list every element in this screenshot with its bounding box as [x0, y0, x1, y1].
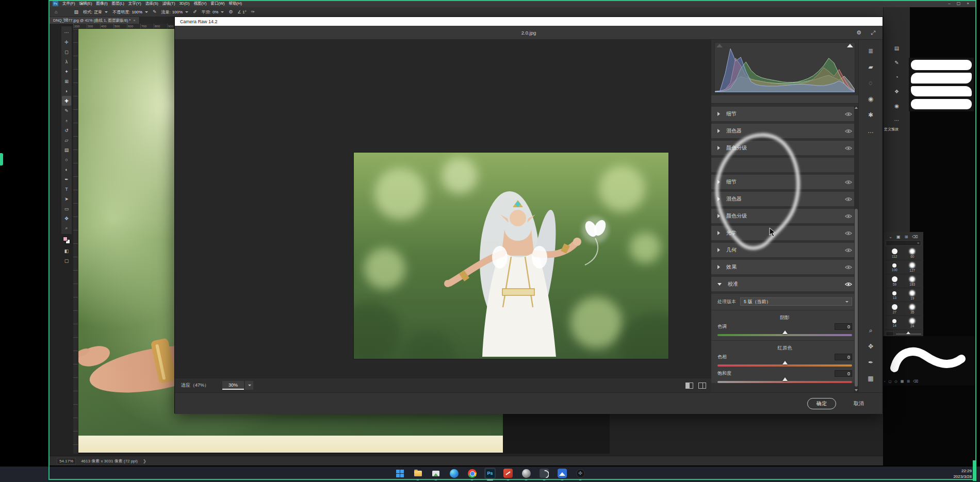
- menu-item[interactable]: 选择(S): [145, 1, 158, 6]
- visibility-eye-icon[interactable]: [845, 146, 852, 151]
- tab-close-icon[interactable]: ×: [133, 18, 135, 23]
- histogram[interactable]: [714, 42, 855, 93]
- camera-raw-preview[interactable]: 适应（47%） 30%: [175, 40, 712, 392]
- camera-raw-tool-icon[interactable]: ▦: [863, 372, 878, 385]
- adjustment-section-row[interactable]: 细节: [711, 175, 858, 189]
- menu-item[interactable]: 编辑(E): [79, 1, 92, 6]
- camera-raw-tool-icon[interactable]: ✒: [863, 356, 878, 369]
- section-calibration[interactable]: 校准: [711, 277, 858, 291]
- maximize-button[interactable]: ▢: [957, 0, 961, 7]
- brush-preset[interactable]: 112: [886, 247, 904, 260]
- taskbar-clock[interactable]: 22:29 2023/3/28: [953, 469, 972, 480]
- opacity-control[interactable]: 不透明度: 100%: [112, 9, 148, 15]
- minimize-button[interactable]: –: [948, 0, 950, 7]
- menu-item[interactable]: 视图(V): [193, 1, 206, 6]
- adjustment-section-row[interactable]: 混色器: [711, 192, 858, 206]
- blend-mode-control[interactable]: 模式: 正常: [83, 9, 108, 15]
- menu-item[interactable]: 3D(D): [179, 1, 189, 6]
- adjustment-section-row[interactable]: 效果: [711, 260, 858, 274]
- hue-slider[interactable]: 色相 0: [717, 354, 852, 367]
- tool-button[interactable]: T: [62, 184, 71, 194]
- app-icon-dark[interactable]: [538, 468, 550, 479]
- brushes-header-icon[interactable]: ⌫: [912, 235, 918, 239]
- panel-icon[interactable]: ◔: [895, 74, 898, 80]
- tint-value-field[interactable]: 0: [835, 323, 852, 330]
- tool-button[interactable]: ✥: [62, 213, 71, 223]
- panel-footer-icon[interactable]: ▦: [901, 379, 904, 384]
- app-icon-red[interactable]: [502, 468, 514, 479]
- panel-icon[interactable]: ✎: [894, 60, 899, 65]
- cancel-button[interactable]: 取消: [851, 400, 867, 408]
- brush-preset[interactable]: 59: [886, 275, 904, 288]
- tool-button[interactable]: ✦: [62, 67, 71, 76]
- adjustment-section-row[interactable]: 细节: [711, 107, 858, 121]
- chevron-down-icon[interactable]: [245, 381, 253, 390]
- slider-track[interactable]: [717, 334, 852, 336]
- brush-preset[interactable]: 127: [904, 261, 922, 274]
- tint-slider[interactable]: 色调 0: [717, 323, 852, 336]
- tool-button[interactable]: ◐: [62, 164, 71, 174]
- camera-raw-tool-icon[interactable]: ≣: [863, 45, 878, 57]
- shadow-clipping-icon[interactable]: [716, 44, 723, 47]
- brushes-header-icon[interactable]: ▣: [896, 235, 901, 239]
- foreground-color-swatch[interactable]: [63, 237, 68, 241]
- brush-preset[interactable]: 60: [904, 247, 922, 260]
- tool-button[interactable]: ○: [62, 155, 71, 164]
- scrollbar-thumb[interactable]: [855, 209, 858, 387]
- size-value-box[interactable]: [886, 331, 894, 336]
- panel-icon[interactable]: ▤: [894, 45, 899, 51]
- slider-thumb[interactable]: [782, 377, 788, 381]
- panel-footer-icon[interactable]: ▫: [884, 379, 885, 384]
- brushes-header-icon[interactable]: ⊞: [905, 235, 908, 239]
- saturation-value-field[interactable]: 0: [835, 370, 852, 377]
- camera-raw-preview-image[interactable]: [354, 153, 668, 359]
- saturation-slider[interactable]: 饱和度 0: [717, 370, 852, 383]
- panel-footer-icon[interactable]: ⊞: [907, 379, 910, 384]
- brush-angle-control[interactable]: ∠ 1°: [238, 10, 247, 14]
- file-explorer-icon[interactable]: [412, 468, 423, 479]
- tool-button[interactable]: ↺: [62, 125, 71, 135]
- camera-raw-tool-icon[interactable]: ▰: [863, 61, 878, 73]
- brush-preset[interactable]: 19: [904, 289, 922, 302]
- visibility-eye-icon[interactable]: [845, 282, 852, 287]
- brush-preset[interactable]: 183: [904, 275, 922, 288]
- scroll-up-icon[interactable]: [855, 107, 858, 109]
- visibility-eye-icon[interactable]: [845, 214, 852, 219]
- tool-button[interactable]: ⋯: [62, 27, 71, 37]
- expand-icon[interactable]: ⤢: [871, 29, 875, 36]
- app-icon-sphere[interactable]: [520, 468, 532, 479]
- adjustment-section-row[interactable]: 颜色分级: [711, 209, 858, 223]
- menu-item[interactable]: 图像(I): [96, 1, 108, 6]
- process-version-select[interactable]: 5 版（当前）: [740, 297, 852, 306]
- menu-item[interactable]: 窗口(W): [210, 1, 224, 6]
- tool-button[interactable]: ⊞: [62, 76, 71, 86]
- adjustment-section-row[interactable]: 混色器: [711, 124, 858, 138]
- menu-item[interactable]: 滤镜(T): [162, 1, 175, 6]
- zoom-value[interactable]: 30%: [222, 381, 244, 390]
- photos-icon[interactable]: [430, 468, 442, 479]
- slider-track[interactable]: [896, 334, 921, 335]
- adjustment-section-row[interactable]: 几何: [711, 243, 858, 257]
- tool-button[interactable]: ♁: [62, 115, 71, 125]
- color-swatches[interactable]: [63, 237, 70, 244]
- camera-raw-tool-icon[interactable]: ✱: [863, 109, 878, 121]
- flow-control[interactable]: 流量: 100%: [161, 9, 188, 15]
- slider-thumb[interactable]: [906, 331, 910, 334]
- brush-stroke-thumbnail[interactable]: [911, 73, 972, 83]
- panel-scrollbar[interactable]: [854, 106, 858, 392]
- camera-raw-tool-icon[interactable]: ◌: [863, 77, 878, 89]
- menu-item[interactable]: 文件(F): [62, 1, 75, 6]
- photoshop-taskbar-icon[interactable]: Ps: [484, 468, 496, 479]
- gear-icon[interactable]: ⚙: [228, 9, 233, 14]
- adjustment-section-row[interactable]: 颜色分级: [711, 141, 858, 155]
- visibility-eye-icon[interactable]: [845, 197, 852, 202]
- recording-widget[interactable]: [0, 153, 3, 165]
- brush-stroke-thumbnail[interactable]: [911, 60, 972, 70]
- pressure-opacity-icon[interactable]: ✎: [153, 9, 157, 14]
- highlight-clipping-icon[interactable]: [847, 44, 853, 47]
- pressure-size-icon[interactable]: ✑: [251, 9, 255, 14]
- brush-preset[interactable]: 14: [886, 317, 904, 330]
- brush-stroke-thumbnail[interactable]: [911, 86, 972, 96]
- scroll-down-icon[interactable]: [855, 389, 858, 391]
- tool-button[interactable]: ▱: [62, 135, 71, 145]
